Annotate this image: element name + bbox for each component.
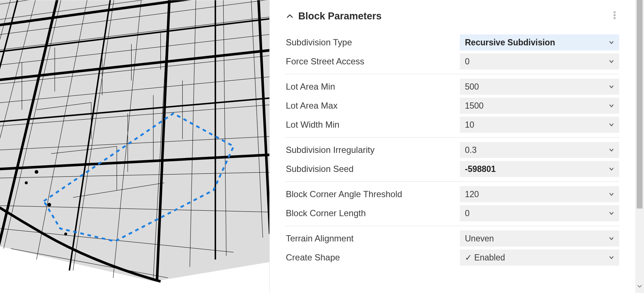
param-value-text: 10: [465, 120, 474, 130]
param-group: Lot Area Min500Lot Area Max1500Lot Width…: [285, 77, 619, 138]
param-row: Block Corner Length0: [285, 204, 619, 223]
param-value-text: 0: [465, 209, 470, 218]
inspector-panel: Block Parameters Subdivision TypeRecursi…: [270, 0, 635, 293]
panel-title: Block Parameters: [298, 11, 382, 22]
param-value[interactable]: Uneven: [460, 230, 619, 247]
param-row: Terrain AlignmentUneven: [285, 229, 619, 248]
svg-point-54: [15, 167, 18, 170]
svg-point-52: [48, 203, 51, 207]
chevron-down-icon[interactable]: [608, 39, 615, 46]
svg-point-51: [35, 170, 38, 174]
param-value[interactable]: 120: [460, 186, 619, 202]
panel-header: Block Parameters: [285, 7, 635, 25]
param-value[interactable]: 0: [460, 205, 619, 221]
scroll-down-icon[interactable]: [635, 283, 644, 291]
param-value[interactable]: 1500: [460, 98, 619, 114]
param-label: Block Corner Length: [285, 208, 460, 218]
param-value[interactable]: 500: [460, 79, 619, 95]
param-value[interactable]: 10: [460, 117, 619, 133]
chevron-down-icon[interactable]: [608, 191, 615, 198]
param-value[interactable]: ✓ Enabled: [460, 249, 619, 266]
param-label: Lot Area Min: [285, 82, 460, 92]
param-value-text: 500: [465, 82, 479, 92]
param-row: Subdivision Seed-598801: [285, 159, 619, 179]
param-label: Force Street Access: [285, 56, 460, 67]
param-label: Terrain Alignment: [285, 233, 460, 244]
param-value-text: 0: [465, 57, 470, 67]
param-group: Subdivision Irregularity0.3Subdivision S…: [285, 140, 619, 182]
param-value[interactable]: -598801: [460, 161, 619, 177]
chevron-down-icon[interactable]: [608, 147, 615, 153]
param-value-text: -598801: [465, 164, 496, 174]
param-value-text: 120: [465, 189, 479, 199]
param-value-text: ✓ Enabled: [465, 253, 505, 263]
param-value-text: 1500: [465, 101, 484, 111]
param-value[interactable]: 0: [460, 53, 619, 70]
param-value-text: Recursive Subdivision: [465, 38, 555, 48]
param-label: Subdivision Seed: [285, 164, 460, 174]
param-label: Lot Area Max: [285, 101, 460, 111]
param-row: Lot Width Min10: [285, 115, 619, 134]
chevron-down-icon[interactable]: [608, 166, 615, 172]
param-row: Subdivision TypeRecursive Subdivision: [285, 33, 619, 52]
param-row: Block Corner Angle Threshold120: [285, 185, 619, 204]
parameter-list: Subdivision TypeRecursive SubdivisionFor…: [285, 33, 635, 270]
param-label: Lot Width Min: [285, 120, 460, 130]
param-row: Create Shape✓ Enabled: [285, 248, 619, 267]
scrollbar[interactable]: [635, 0, 644, 293]
chevron-down-icon[interactable]: [608, 83, 615, 90]
chevron-down-icon[interactable]: [608, 58, 615, 65]
param-value-text: Uneven: [465, 234, 494, 244]
param-row: Force Street Access0: [285, 52, 619, 71]
kebab-menu-icon[interactable]: [610, 10, 618, 20]
inspector-panel-wrap: Block Parameters Subdivision TypeRecursi…: [270, 0, 644, 293]
param-label: Block Corner Angle Threshold: [285, 189, 460, 199]
param-value[interactable]: 0.3: [460, 142, 619, 158]
scrollbar-thumb[interactable]: [637, 0, 643, 209]
param-row: Subdivision Irregularity0.3: [285, 140, 619, 159]
param-group: Terrain AlignmentUnevenCreate Shape✓ Ena…: [285, 229, 619, 270]
chevron-down-icon[interactable]: [608, 102, 615, 109]
svg-point-55: [64, 233, 67, 236]
param-row: Lot Area Min500: [285, 77, 619, 96]
svg-point-53: [25, 181, 28, 184]
viewport-3d[interactable]: [0, 0, 270, 293]
param-label: Subdivision Irregularity: [285, 145, 460, 155]
param-row: Lot Area Max1500: [285, 96, 619, 115]
chevron-down-icon[interactable]: [608, 235, 615, 242]
param-value[interactable]: Recursive Subdivision: [460, 34, 619, 50]
param-label: Subdivision Type: [285, 37, 460, 48]
app-root: Block Parameters Subdivision TypeRecursi…: [0, 0, 644, 293]
chevron-down-icon[interactable]: [608, 210, 615, 217]
param-value-text: 0.3: [465, 145, 477, 155]
collapse-icon[interactable]: [285, 11, 295, 21]
param-group: Block Corner Angle Threshold120Block Cor…: [285, 185, 619, 226]
param-label: Create Shape: [285, 252, 460, 263]
chevron-down-icon[interactable]: [608, 254, 615, 261]
param-group: Subdivision TypeRecursive SubdivisionFor…: [285, 33, 619, 74]
chevron-down-icon[interactable]: [608, 121, 615, 128]
